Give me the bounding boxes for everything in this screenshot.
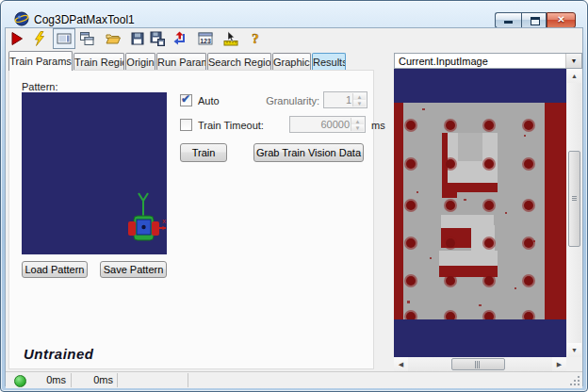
grab-train-vision-data-button[interactable]: Grab Train Vision Data bbox=[253, 143, 364, 162]
restore-button[interactable] bbox=[521, 12, 547, 28]
resize-grip[interactable] bbox=[569, 375, 580, 386]
tab-search-region[interactable]: Search Region bbox=[207, 53, 271, 71]
image-source-value: Current.InputImage bbox=[399, 56, 488, 67]
save-pattern-button[interactable]: Save Pattern bbox=[100, 261, 167, 278]
train-timeout-label: Train Timeout: bbox=[198, 120, 264, 131]
auto-checkbox[interactable]: ✔ bbox=[180, 94, 192, 106]
train-timeout-checkbox[interactable] bbox=[180, 119, 192, 131]
divider bbox=[188, 373, 188, 387]
granularity-label: Granularity: bbox=[237, 95, 319, 106]
app-icon bbox=[14, 11, 29, 26]
run-electric-icon[interactable] bbox=[32, 31, 47, 46]
help-icon[interactable]: ? bbox=[249, 31, 262, 46]
tab-train-region[interactable]: Train Region bbox=[74, 53, 124, 71]
auto-label: Auto bbox=[198, 95, 220, 106]
close-button[interactable]: ✕ bbox=[547, 12, 576, 28]
vertical-scrollbar[interactable]: ▲ ▼ bbox=[567, 69, 581, 357]
close-icon: ✕ bbox=[547, 14, 575, 24]
minimize-icon bbox=[504, 21, 513, 24]
divider bbox=[71, 373, 72, 387]
float-display-icon[interactable] bbox=[79, 31, 94, 46]
measure-pointer-icon[interactable] bbox=[223, 31, 238, 46]
status-bar: 0ms 0ms bbox=[6, 371, 582, 388]
svg-text:x: x bbox=[162, 217, 166, 225]
train-status-text: Untrained bbox=[24, 346, 94, 362]
save-record-icon[interactable] bbox=[150, 31, 165, 46]
granularity-value: 1 bbox=[346, 94, 351, 106]
minimize-button[interactable] bbox=[495, 12, 521, 28]
numeric-123-icon[interactable]: 123 bbox=[198, 31, 213, 46]
status-time-2: 0ms bbox=[77, 374, 113, 385]
check-icon: ✔ bbox=[181, 92, 190, 106]
caption-buttons: ✕ bbox=[495, 12, 576, 28]
pattern-preview: x bbox=[22, 92, 167, 254]
image-source-select[interactable]: Current.InputImage ▼ bbox=[394, 53, 582, 69]
divider bbox=[117, 373, 118, 387]
title-bar: Cog3DPatMaxTool1 ✕ bbox=[5, 5, 583, 27]
scroll-down-icon[interactable]: ▼ bbox=[567, 343, 581, 357]
svg-text:?: ? bbox=[252, 31, 259, 46]
restore-icon bbox=[531, 17, 540, 25]
tab-run-params[interactable]: Run Params bbox=[156, 53, 206, 71]
window-title: Cog3DPatMaxTool1 bbox=[34, 13, 135, 26]
open-file-icon[interactable] bbox=[106, 31, 121, 46]
granularity-spinner: 1 ▲▼ bbox=[323, 91, 368, 108]
spinner-arrows-icon: ▲▼ bbox=[352, 93, 366, 106]
run-icon[interactable] bbox=[9, 31, 24, 46]
svg-text:123: 123 bbox=[200, 38, 211, 44]
tab-train-params[interactable]: Train Params bbox=[8, 51, 73, 71]
scroll-left-icon[interactable]: ◀ bbox=[394, 357, 408, 371]
pattern-origin-marker-icon: x bbox=[122, 189, 167, 244]
thumb-grip-icon bbox=[475, 362, 481, 367]
scroll-up-icon[interactable]: ▲ bbox=[567, 69, 581, 83]
status-led-icon bbox=[14, 375, 26, 387]
train-timeout-value: 60000 bbox=[320, 119, 350, 130]
train-timeout-unit: ms bbox=[371, 120, 385, 131]
train-button[interactable]: Train bbox=[180, 143, 227, 162]
horizontal-scroll-thumb[interactable] bbox=[451, 358, 505, 370]
chevron-down-icon[interactable]: ▼ bbox=[565, 54, 581, 68]
pattern-label: Pattern: bbox=[22, 81, 58, 92]
input-image-display bbox=[394, 69, 566, 357]
import-results-icon[interactable] bbox=[172, 31, 187, 46]
tab-origin[interactable]: Origin bbox=[125, 53, 155, 71]
spinner-arrows-icon: ▲▼ bbox=[351, 118, 364, 131]
status-time-1: 0ms bbox=[30, 374, 66, 385]
load-pattern-button[interactable]: Load Pattern bbox=[22, 261, 88, 278]
vertical-scroll-thumb[interactable] bbox=[568, 151, 580, 247]
input-image bbox=[394, 69, 566, 357]
thumb-grip-icon bbox=[572, 196, 577, 202]
horizontal-scrollbar[interactable]: ◀ ▶ bbox=[394, 357, 566, 371]
save-file-icon[interactable] bbox=[130, 31, 145, 46]
image-display-toggle-button[interactable] bbox=[53, 28, 75, 49]
window-frame: Cog3DPatMaxTool1 ✕ bbox=[0, 0, 588, 392]
image-display-toggle-icon bbox=[57, 31, 72, 46]
train-timeout-spinner: 60000 ▲▼ bbox=[289, 116, 366, 133]
scroll-right-icon[interactable]: ▶ bbox=[552, 357, 566, 371]
tab-graphics[interactable]: Graphics bbox=[272, 53, 311, 71]
tab-results[interactable]: Results bbox=[312, 53, 346, 71]
